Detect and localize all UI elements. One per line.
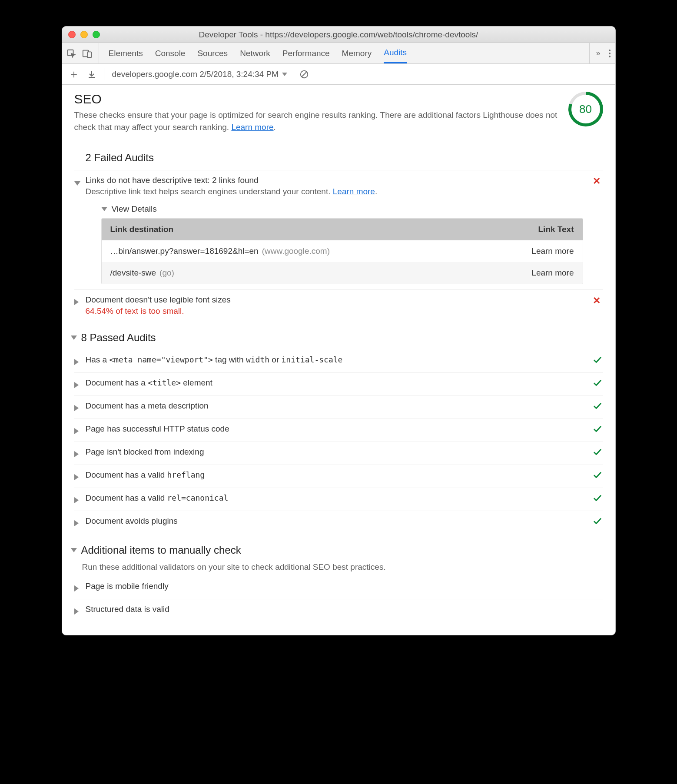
kebab-menu-icon[interactable] — [608, 49, 611, 58]
expand-caret-icon — [74, 427, 80, 436]
audit-title: Page is mobile friendly — [86, 581, 603, 591]
pass-icon — [593, 378, 603, 388]
expand-caret-icon — [101, 207, 107, 211]
main-toolbar: Elements Console Sources Network Perform… — [62, 43, 615, 64]
pass-icon — [593, 401, 603, 411]
learn-more-link[interactable]: Learn more — [333, 187, 375, 196]
score-value: 80 — [571, 95, 600, 123]
close-window-button[interactable] — [68, 31, 76, 38]
tab-sources[interactable]: Sources — [197, 43, 228, 63]
audit-link-text[interactable]: Links do not have descriptive text: 2 li… — [74, 170, 603, 289]
tab-elements[interactable]: Elements — [109, 43, 143, 63]
expand-caret-icon — [74, 496, 80, 505]
audit-title: Document has a valid rel=canonical — [86, 493, 583, 503]
zoom-window-button[interactable] — [93, 31, 100, 38]
overflow-tabs-icon[interactable]: » — [596, 49, 600, 58]
minimize-window-button[interactable] — [80, 31, 88, 38]
link-text-value: Learn more — [531, 246, 574, 256]
expand-caret-icon — [74, 450, 80, 459]
expand-caret-icon — [71, 336, 77, 340]
category-description: These checks ensure that your page is op… — [74, 109, 558, 133]
audit-title: Structured data is valid — [86, 605, 603, 614]
audit-title: Document avoids plugins — [86, 516, 583, 526]
download-report-icon[interactable] — [87, 70, 96, 79]
col-header-linktext: Link Text — [538, 225, 574, 234]
fail-icon: ✕ — [593, 176, 603, 187]
expand-caret-icon — [74, 358, 80, 367]
audit-title: Page has successful HTTP status code — [86, 424, 583, 434]
failed-audits-header[interactable]: 2 Failed Audits — [86, 152, 603, 164]
tab-audits[interactable]: Audits — [384, 43, 407, 63]
expand-caret-icon — [74, 584, 80, 594]
expand-caret-icon — [74, 381, 80, 390]
svg-point-5 — [609, 56, 611, 57]
expand-caret-icon — [74, 473, 80, 482]
link-destination: …bin/answer.py?answer=181692&hl=en — [110, 246, 259, 256]
report-selector[interactable]: developers.google.com 2/5/2018, 3:24:34 … — [112, 70, 287, 79]
audit-passed-item[interactable]: Document has a <title> element — [74, 372, 603, 395]
passed-audits-header[interactable]: 8 Passed Audits — [71, 332, 603, 344]
manual-audits-header[interactable]: Additional items to manually check — [71, 544, 603, 556]
audits-subtoolbar: ＋ developers.google.com 2/5/2018, 3:24:3… — [62, 64, 615, 85]
expand-caret-icon — [74, 298, 80, 307]
pass-icon — [593, 516, 603, 526]
learn-more-link[interactable]: Learn more — [231, 123, 273, 132]
audit-passed-item[interactable]: Document has a meta description — [74, 395, 603, 419]
audit-title: Document has a meta description — [86, 401, 583, 411]
tab-network[interactable]: Network — [240, 43, 270, 63]
col-header-destination: Link destination — [110, 225, 174, 234]
pass-icon — [593, 355, 603, 365]
audit-passed-item[interactable]: Document avoids plugins — [74, 511, 603, 534]
audit-title: Has a <meta name="viewport"> tag with wi… — [86, 355, 583, 365]
expand-caret-icon — [74, 519, 80, 528]
audit-title: Document doesn't use legible font sizes — [86, 295, 583, 305]
svg-point-4 — [609, 53, 611, 54]
audit-title: Document has a valid hreflang — [86, 470, 583, 480]
inspect-element-icon[interactable] — [66, 49, 76, 58]
table-header-row: Link destination Link Text — [102, 219, 583, 240]
audit-title: Links do not have descriptive text: 2 li… — [86, 176, 583, 185]
audit-manual-item[interactable]: Page is mobile friendly — [74, 576, 603, 599]
report-label: developers.google.com 2/5/2018, 3:24:34 … — [112, 70, 279, 79]
table-row: /devsite-swe (go) Learn more — [102, 262, 583, 284]
audit-passed-item[interactable]: Page has successful HTTP status code — [74, 419, 603, 442]
titlebar: Developer Tools - https://developers.goo… — [62, 27, 615, 43]
svg-rect-2 — [87, 52, 91, 57]
expand-caret-icon — [71, 548, 77, 552]
link-host: (www.google.com) — [262, 246, 330, 256]
expand-caret-icon — [74, 178, 80, 188]
table-row: …bin/answer.py?answer=181692&hl=en (www.… — [102, 240, 583, 262]
seo-header: SEO These checks ensure that your page i… — [74, 92, 603, 141]
category-title: SEO — [74, 92, 558, 106]
pass-icon — [593, 470, 603, 480]
link-host: (go) — [159, 268, 174, 278]
pass-icon — [593, 424, 603, 434]
tab-console[interactable]: Console — [155, 43, 186, 63]
view-details-toggle[interactable]: View Details — [101, 204, 583, 214]
audit-passed-item[interactable]: Page isn't blocked from indexing — [74, 442, 603, 465]
link-text-value: Learn more — [531, 268, 574, 278]
audit-passed-item[interactable]: Document has a valid rel=canonical — [74, 488, 603, 511]
device-toggle-icon[interactable] — [82, 49, 93, 58]
tab-performance[interactable]: Performance — [282, 43, 330, 63]
clear-icon[interactable] — [299, 70, 309, 79]
panel-tabs: Elements Console Sources Network Perform… — [99, 43, 590, 63]
audit-manual-item[interactable]: Structured data is valid — [74, 599, 603, 622]
audit-content: SEO These checks ensure that your page i… — [62, 85, 615, 635]
link-destination: /devsite-swe — [110, 268, 156, 278]
expand-caret-icon — [74, 607, 80, 617]
audit-warning: 64.54% of text is too small. — [86, 306, 583, 316]
link-details-table: Link destination Link Text …bin/answer.p… — [101, 218, 583, 284]
audit-passed-item[interactable]: Document has a valid hreflang — [74, 465, 603, 488]
audit-passed-item[interactable]: Has a <meta name="viewport"> tag with wi… — [74, 350, 603, 372]
window-title: Developer Tools - https://developers.goo… — [68, 30, 609, 40]
audit-title: Page isn't blocked from indexing — [86, 447, 583, 457]
pass-icon — [593, 493, 603, 503]
svg-line-7 — [302, 72, 306, 76]
expand-caret-icon — [74, 404, 80, 413]
audit-font-size[interactable]: Document doesn't use legible font sizes … — [74, 289, 603, 321]
audit-title: Document has a <title> element — [86, 378, 583, 388]
new-audit-icon[interactable]: ＋ — [68, 66, 80, 82]
manual-audits-description: Run these additional validators on your … — [82, 562, 603, 572]
tab-memory[interactable]: Memory — [342, 43, 372, 63]
